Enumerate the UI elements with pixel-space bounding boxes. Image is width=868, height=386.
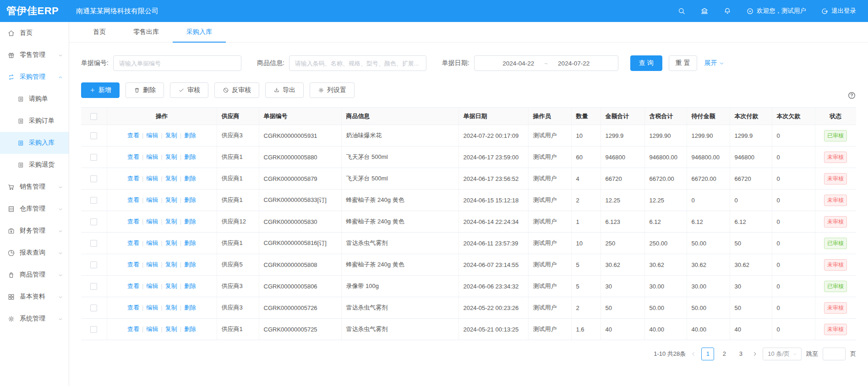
edit-link[interactable]: 编辑 [146, 132, 158, 139]
delete-link[interactable]: 删除 [184, 218, 196, 225]
sidebar-item-purchase-inbound[interactable]: 采购入库 [0, 132, 69, 154]
select-all-checkbox[interactable] [90, 113, 97, 120]
delete-link[interactable]: 删除 [184, 196, 196, 203]
jump-page-input[interactable] [823, 348, 846, 360]
copy-link[interactable]: 复制 [165, 218, 177, 225]
add-button[interactable]: 新增 [81, 82, 120, 98]
page-size-select[interactable]: 10 条/页 [763, 348, 802, 360]
edit-link[interactable]: 编辑 [146, 175, 158, 182]
delete-link[interactable]: 删除 [184, 326, 196, 332]
copy-link[interactable]: 复制 [165, 239, 177, 246]
delete-button[interactable]: 删除 [126, 82, 164, 98]
welcome-user[interactable]: 欢迎您，测试用户 [746, 7, 806, 15]
sidebar-item-warehouse-mgmt[interactable]: 仓库管理 [0, 198, 69, 220]
row-checkbox[interactable] [90, 197, 97, 204]
unaudit-button[interactable]: 反审核 [214, 82, 259, 98]
sidebar-item-finance-mgmt[interactable]: 财务管理 [0, 220, 69, 242]
page-2-button[interactable]: 2 [718, 348, 731, 360]
sidebar-item-home[interactable]: 首页 [0, 22, 69, 44]
view-link[interactable]: 查看 [127, 283, 139, 289]
date-range-picker[interactable]: 2024-04-22 ~ 2024-07-22 [474, 55, 618, 71]
sidebar-item-basic-data[interactable]: 基本资料 [0, 286, 69, 308]
page-1-button[interactable]: 1 [701, 348, 714, 360]
edit-link[interactable]: 编辑 [146, 261, 158, 268]
sidebar-item-goods-mgmt[interactable]: 商品管理 [0, 264, 69, 286]
view-link[interactable]: 查看 [127, 132, 139, 139]
plus-icon [89, 87, 96, 93]
copy-link[interactable]: 复制 [165, 326, 177, 332]
edit-link[interactable]: 编辑 [146, 304, 158, 311]
column-header: 含税合计 [644, 108, 687, 125]
view-link[interactable]: 查看 [127, 304, 139, 311]
date-end[interactable]: 2024-07-22 [558, 60, 590, 67]
sidebar-item-purchase-order[interactable]: 采购订单 [0, 110, 69, 132]
edit-link[interactable]: 编辑 [146, 218, 158, 225]
view-link[interactable]: 查看 [127, 218, 139, 225]
view-link[interactable]: 查看 [127, 196, 139, 203]
view-link[interactable]: 查看 [127, 326, 139, 332]
edit-link[interactable]: 编辑 [146, 283, 158, 289]
delete-link[interactable]: 删除 [184, 175, 196, 182]
cell-owed: 0 [772, 297, 815, 319]
row-checkbox[interactable] [90, 132, 97, 139]
delete-link[interactable]: 删除 [184, 283, 196, 289]
expand-toggle[interactable]: 展开 [704, 59, 725, 67]
cell-qty: 5 [571, 276, 601, 297]
export-button[interactable]: 导出 [265, 82, 304, 98]
help-icon[interactable] [847, 91, 856, 100]
tab-purchase-inbound[interactable]: 采购入库 [173, 22, 226, 43]
prev-page-button[interactable] [690, 351, 697, 357]
edit-link[interactable]: 编辑 [146, 239, 158, 246]
delete-link[interactable]: 删除 [184, 132, 196, 139]
row-checkbox[interactable] [90, 261, 97, 268]
view-link[interactable]: 查看 [127, 175, 139, 182]
bill-no-input[interactable] [113, 55, 241, 71]
row-checkbox[interactable] [90, 304, 97, 311]
bell-icon[interactable] [723, 7, 732, 15]
delete-link[interactable]: 删除 [184, 239, 196, 246]
edit-link[interactable]: 编辑 [146, 196, 158, 203]
row-checkbox[interactable] [90, 154, 97, 161]
sidebar-item-purchase-request[interactable]: 请购单 [0, 88, 69, 110]
view-link[interactable]: 查看 [127, 261, 139, 268]
edit-link[interactable]: 编辑 [146, 153, 158, 160]
search-icon[interactable] [677, 7, 686, 15]
copy-link[interactable]: 复制 [165, 283, 177, 289]
copy-link[interactable]: 复制 [165, 261, 177, 268]
column-settings-button[interactable]: 列设置 [310, 82, 355, 98]
copy-link[interactable]: 复制 [165, 153, 177, 160]
view-link[interactable]: 查看 [127, 239, 139, 246]
delete-link[interactable]: 删除 [184, 261, 196, 268]
page-3-button[interactable]: 3 [734, 348, 747, 360]
bank-icon[interactable] [700, 7, 709, 15]
copy-link[interactable]: 复制 [165, 304, 177, 311]
copy-link[interactable]: 复制 [165, 175, 177, 182]
copy-link[interactable]: 复制 [165, 132, 177, 139]
tab-home[interactable]: 首页 [79, 22, 120, 43]
sidebar-item-retail-mgmt[interactable]: 零售管理 [0, 44, 69, 66]
search-button[interactable]: 查询 [630, 55, 662, 71]
row-checkbox[interactable] [90, 283, 97, 290]
audit-button[interactable]: 审核 [170, 82, 208, 98]
product-info-input[interactable] [289, 55, 426, 71]
sidebar-item-purchase-return[interactable]: 采购退货 [0, 154, 69, 176]
copy-link[interactable]: 复制 [165, 196, 177, 203]
row-checkbox[interactable] [90, 175, 97, 182]
edit-link[interactable]: 编辑 [146, 326, 158, 332]
sidebar-item-system-mgmt[interactable]: 系统管理 [0, 308, 69, 330]
cell-owed: 0 [772, 211, 815, 233]
view-link[interactable]: 查看 [127, 153, 139, 160]
row-checkbox[interactable] [90, 326, 97, 333]
reset-button[interactable]: 重置 [669, 55, 697, 71]
sidebar-item-sales-mgmt[interactable]: 销售管理 [0, 176, 69, 198]
date-start[interactable]: 2024-04-22 [502, 60, 534, 67]
row-checkbox[interactable] [90, 240, 97, 247]
next-page-button[interactable] [752, 351, 758, 357]
tab-retail-outbound[interactable]: 零售出库 [120, 22, 173, 43]
sidebar-item-report-query[interactable]: 报表查询 [0, 242, 69, 264]
row-checkbox[interactable] [90, 218, 97, 225]
logout-button[interactable]: 退出登录 [821, 7, 856, 15]
sidebar-item-purchase-mgmt[interactable]: 采购管理 [0, 66, 69, 88]
delete-link[interactable]: 删除 [184, 153, 196, 160]
delete-link[interactable]: 删除 [184, 304, 196, 311]
